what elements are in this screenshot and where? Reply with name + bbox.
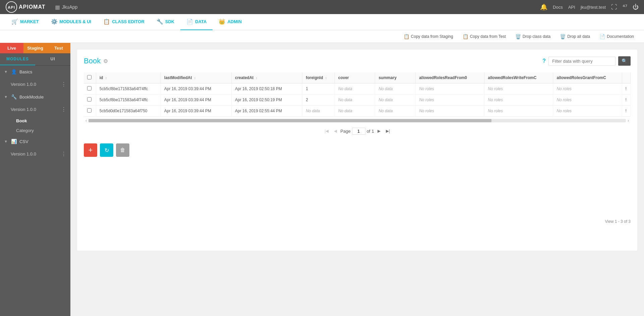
cell-roles-write: No roles	[484, 83, 553, 94]
th-allowed-write: allowedRolesWriteFromC	[484, 72, 553, 83]
scroll-right-btn[interactable]: ›	[626, 118, 631, 123]
cell-checkbox[interactable]	[84, 83, 96, 94]
nav-admin[interactable]: 👑 ADMIN	[213, 14, 248, 30]
nav-bar: 🛒 MARKET ⚙️ MODULES & UI 📋 CLASS EDITOR …	[0, 14, 644, 30]
bookmodule-version-actions[interactable]: ⋮	[60, 106, 68, 113]
th-allowed-grant: allowedRolesGrantFromC	[553, 72, 622, 83]
nav-market[interactable]: 🛒 MARKET	[5, 14, 45, 30]
csv-version-label: Version 1.0.0	[11, 151, 36, 156]
scroll-left-btn[interactable]: ‹	[84, 118, 89, 123]
cell-createdAt: Apr 16, 2019 02:55:44 PM	[232, 106, 302, 117]
cell-roles-read: No roles	[416, 83, 484, 94]
drop-all-btn[interactable]: 🗑️ Drop all data	[555, 30, 595, 43]
copy-staging-btn[interactable]: 📋 Copy data from Staging	[399, 30, 458, 43]
cell-id: 5cb5cf8be171583a64f74ffc	[96, 94, 161, 106]
sidebar-csv-version[interactable]: Version 1.0.0 ⋮	[0, 147, 70, 161]
page-first-btn[interactable]: |◀	[323, 127, 331, 135]
cell-checkbox[interactable]	[84, 106, 96, 117]
nav-modules[interactable]: ⚙️ MODULES & UI	[45, 14, 98, 30]
bell-icon[interactable]: 🔔	[540, 3, 547, 11]
cell-summary: No data	[375, 94, 416, 106]
nav-sdk[interactable]: 🔧 SDK	[151, 14, 180, 30]
sidebar-item-book[interactable]: Book	[0, 116, 70, 126]
sidebar-group-bookmodule[interactable]: ▼ 🔧 BookModule	[0, 91, 70, 103]
market-icon: 🛒	[11, 18, 18, 25]
th-createdAt[interactable]: createdAt ↕	[232, 72, 302, 83]
fullscreen-icon[interactable]: ⛶	[611, 4, 617, 11]
table-row: 5cb5cf8be171583a64f74ffc Apr 16, 2019 03…	[84, 94, 631, 106]
page-number-input[interactable]	[352, 128, 365, 135]
refresh-button[interactable]: ↻	[100, 143, 113, 157]
cell-foreignId: No data	[302, 106, 335, 117]
env-tab-staging[interactable]: Staging	[23, 43, 47, 53]
docs-link[interactable]: Docs	[553, 5, 563, 10]
sidebar-tab-ui[interactable]: UI	[35, 53, 70, 65]
nav-data[interactable]: 📄 DATA	[180, 14, 213, 30]
class-editor-icon: 📋	[103, 18, 110, 25]
support-icon[interactable]: ⁴⁷	[623, 3, 627, 11]
sub-nav: 📋 Copy data from Staging 📋 Copy data fro…	[0, 30, 644, 43]
th-lastModifiedAt[interactable]: lastModifiedAt ↕	[161, 72, 231, 83]
copy-test-btn[interactable]: 📋 Copy data from Test	[458, 30, 511, 43]
page-next-btn[interactable]: ▶	[375, 127, 383, 135]
drop-class-btn[interactable]: 🗑️ Drop class data	[511, 30, 555, 43]
scroll-area[interactable]: ‹ ›	[84, 119, 631, 123]
sidebar-basics-version[interactable]: Version 1.0.0 ⋮	[0, 78, 70, 91]
api-link[interactable]: API	[568, 5, 575, 10]
nav-class-editor[interactable]: 📋 CLASS EDITOR	[97, 14, 151, 30]
env-tab-test[interactable]: Test	[47, 43, 70, 53]
sidebar-tab-modules[interactable]: MODULES	[0, 53, 35, 65]
drop-all-icon: 🗑️	[560, 34, 566, 39]
cell-roles-write: No roles	[484, 94, 553, 106]
svg-text:API: API	[8, 5, 15, 9]
drop-class-label: Drop class data	[523, 34, 550, 39]
cell-id: 5cb5cf8be171583a64f74ffc	[96, 83, 161, 94]
th-extra	[622, 72, 630, 83]
table-scroll-area[interactable]: id ↕ lastModifiedAt ↕ createdAt ↕ foreig…	[84, 72, 631, 117]
sidebar-group-csv[interactable]: ▼ 📊 CSV	[0, 135, 70, 147]
documentation-btn[interactable]: 📄 Documentation	[595, 30, 639, 43]
documentation-icon: 📄	[599, 34, 605, 39]
row-checkbox[interactable]	[87, 108, 92, 113]
cell-lastModifiedAt: Apr 16, 2019 03:39:44 PM	[161, 106, 231, 117]
table-header: id ↕ lastModifiedAt ↕ createdAt ↕ foreig…	[84, 72, 631, 83]
book-settings-icon[interactable]: ⚙	[103, 58, 108, 64]
power-icon[interactable]: ⏻	[633, 4, 639, 11]
documentation-label: Documentation	[607, 34, 634, 39]
createdat-sort-icon: ↕	[256, 76, 257, 80]
page-last-btn[interactable]: ▶|	[384, 127, 392, 135]
cell-extra: !	[622, 106, 630, 117]
row-checkbox[interactable]	[87, 97, 92, 102]
basics-version-actions[interactable]: ⋮	[60, 80, 68, 88]
delete-button[interactable]: 🗑	[116, 143, 129, 157]
row-checkbox[interactable]	[87, 86, 92, 90]
cell-createdAt: Apr 16, 2019 02:50:18 PM	[232, 83, 302, 94]
select-all-checkbox[interactable]	[87, 75, 92, 79]
cell-checkbox[interactable]	[84, 94, 96, 106]
csv-version-actions[interactable]: ⋮	[60, 150, 68, 158]
filter-input[interactable]	[548, 57, 616, 66]
page-prev-btn[interactable]: ◀	[332, 127, 339, 135]
sidebar-bookmodule-version[interactable]: Version 1.0.0 ⋮	[0, 103, 70, 116]
th-foreignId[interactable]: foreignId ↕	[302, 72, 335, 83]
view-info: View 1 - 3 of 3	[605, 219, 631, 224]
data-table: id ↕ lastModifiedAt ↕ createdAt ↕ foreig…	[84, 72, 631, 117]
cell-summary: No data	[375, 106, 416, 117]
sidebar: Live Staging Test MODULES UI ▼ 👤 Basics …	[0, 43, 70, 316]
cell-roles-grant: No roles	[553, 94, 622, 106]
content-area: Book ⚙ ? 🔍 id ↕	[70, 43, 644, 316]
sidebar-group-basics[interactable]: ▼ 👤 Basics	[0, 66, 70, 78]
th-id[interactable]: id ↕	[96, 72, 161, 83]
cell-lastModifiedAt: Apr 16, 2019 03:39:44 PM	[161, 94, 231, 106]
sidebar-item-category[interactable]: Category	[0, 126, 70, 135]
cell-roles-read: No roles	[416, 106, 484, 117]
filter-help-icon[interactable]: ?	[542, 58, 546, 64]
app-name-label: JkuApp	[62, 4, 78, 10]
foreignid-sort-icon: ↕	[325, 76, 327, 80]
add-button[interactable]: +	[84, 143, 97, 157]
filter-search-button[interactable]: 🔍	[618, 56, 631, 66]
cell-roles-grant: No roles	[553, 83, 622, 94]
cell-extra: !	[622, 94, 630, 106]
env-tab-live[interactable]: Live	[0, 43, 23, 53]
csv-icon: 📊	[11, 139, 17, 144]
